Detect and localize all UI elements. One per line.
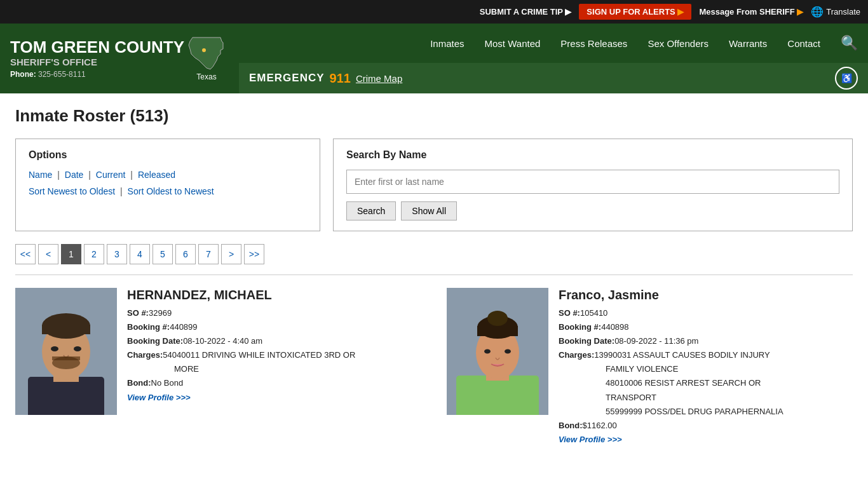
translate-button[interactable]: 🌐 Translate xyxy=(811,6,860,18)
filter-released-link[interactable]: Released xyxy=(138,170,175,180)
svg-rect-10 xyxy=(52,356,80,360)
inmate-info-franco: Franco, Jasmine SO #:105410 Booking #:44… xyxy=(559,288,853,447)
header-logo-text: TOM GREEN COUNTY SHERIFF'S OFFICE Phone:… xyxy=(10,38,184,79)
translate-text: Translate xyxy=(826,7,860,17)
show-all-button[interactable]: Show All xyxy=(401,201,457,220)
sort-newest-link[interactable]: Sort Newest to Oldest xyxy=(29,186,115,196)
crime-tip-text: SUBMIT A CRIME TIP xyxy=(480,7,563,17)
sheriff-message-link[interactable]: Message From SHERIFF ▶ xyxy=(699,7,803,17)
view-profile-hernandez[interactable]: View Profile >>> xyxy=(127,393,191,402)
pagination-first[interactable]: << xyxy=(15,244,36,264)
sheriff-msg-text: Message From SHERIFF xyxy=(699,7,794,17)
alerts-text: SIGN UP FOR ALERTS xyxy=(587,7,675,17)
inmate-photo-franco xyxy=(447,288,548,415)
sep2: | xyxy=(88,170,93,180)
options-title: Options xyxy=(29,149,307,161)
svg-point-19 xyxy=(505,349,511,354)
inmate-detail-franco: SO #:105410 Booking #:440898 Booking Dat… xyxy=(559,306,853,447)
crime-tip-link[interactable]: SUBMIT A CRIME TIP ▶ xyxy=(480,7,572,17)
options-search-row: Options Name | Date | Current | Released… xyxy=(15,139,853,231)
emergency-911: 911 xyxy=(330,71,351,86)
pagination-page-2[interactable]: 2 xyxy=(84,244,104,264)
svg-point-7 xyxy=(51,346,58,351)
nav-contact[interactable]: Contact xyxy=(777,27,831,60)
divider xyxy=(15,274,853,275)
phone-number: 325-655-8111 xyxy=(38,70,86,79)
header-logo-section: TOM GREEN COUNTY SHERIFF'S OFFICE Phone:… xyxy=(0,24,239,93)
nav-warrants[interactable]: Warrants xyxy=(719,27,777,60)
accessibility-button[interactable]: ♿ xyxy=(835,67,858,90)
search-input[interactable] xyxy=(346,170,839,194)
alerts-button[interactable]: SIGN UP FOR ALERTS ▶ xyxy=(579,4,691,20)
nav-most-wanted[interactable]: Most Wanted xyxy=(475,27,551,60)
alerts-arrow: ▶ xyxy=(677,7,684,17)
filter-date-link[interactable]: Date xyxy=(65,170,84,180)
inmate-card-hernandez: HERNANDEZ, MICHAEL SO #:32969 Booking #:… xyxy=(15,288,421,447)
main-content: Inmate Roster (513) Options Name | Date … xyxy=(0,93,868,459)
inmate-photo-hernandez xyxy=(15,288,117,415)
inmate-name-franco: Franco, Jasmine xyxy=(559,288,853,302)
header-nav-section: Inmates Most Wanted Press Releases Sex O… xyxy=(239,24,868,93)
search-buttons: Search Show All xyxy=(346,201,839,220)
nav-sex-offenders[interactable]: Sex Offenders xyxy=(637,27,719,60)
search-button[interactable]: Search xyxy=(346,201,396,220)
options-links-row1: Name | Date | Current | Released xyxy=(29,170,307,180)
sep3: | xyxy=(130,170,135,180)
view-profile-franco[interactable]: View Profile >>> xyxy=(559,435,622,444)
svg-rect-2 xyxy=(28,377,104,415)
pagination-prev[interactable]: < xyxy=(38,244,58,264)
svg-point-8 xyxy=(74,346,81,351)
top-bar: SUBMIT A CRIME TIP ▶ SIGN UP FOR ALERTS … xyxy=(0,0,868,24)
pagination-next[interactable]: > xyxy=(221,244,241,264)
page-title: Inmate Roster (513) xyxy=(15,106,853,126)
crime-map-link[interactable]: Crime Map xyxy=(356,73,402,84)
crime-tip-arrow: ▶ xyxy=(565,7,571,17)
inmate-name-hernandez: HERNANDEZ, MICHAEL xyxy=(127,288,421,302)
options-box: Options Name | Date | Current | Released… xyxy=(15,139,320,231)
inmate-detail-hernandez: SO #:32969 Booking #:440899 Booking Date… xyxy=(127,306,421,405)
pagination-page-3[interactable]: 3 xyxy=(107,244,127,264)
search-box: Search By Name Search Show All xyxy=(333,139,853,231)
globe-icon: 🌐 xyxy=(811,6,824,18)
search-title: Search By Name xyxy=(346,149,839,161)
pagination-page-6[interactable]: 6 xyxy=(175,244,196,264)
svg-point-17 xyxy=(487,311,508,326)
county-name: TOM GREEN COUNTY xyxy=(10,38,184,57)
phone-info: Phone: 325-655-8111 xyxy=(10,70,184,79)
state-label: Texas xyxy=(187,72,226,81)
office-name: SHERIFF'S OFFICE xyxy=(10,57,184,67)
sheriff-arrow: ▶ xyxy=(797,7,803,17)
svg-rect-16 xyxy=(477,326,518,336)
nav-press-releases[interactable]: Press Releases xyxy=(550,27,637,60)
inmate-card-franco: Franco, Jasmine SO #:105410 Booking #:44… xyxy=(447,288,853,447)
options-links-row2: Sort Newest to Oldest | Sort Oldest to N… xyxy=(29,186,307,196)
svg-point-18 xyxy=(484,349,491,354)
site-header: TOM GREEN COUNTY SHERIFF'S OFFICE Phone:… xyxy=(0,24,868,93)
texas-map: Texas xyxy=(184,34,229,84)
pagination-last[interactable]: >> xyxy=(244,244,264,264)
nav-row: Inmates Most Wanted Press Releases Sex O… xyxy=(239,24,868,63)
inmates-grid: HERNANDEZ, MICHAEL SO #:32969 Booking #:… xyxy=(15,288,853,447)
svg-rect-12 xyxy=(456,376,539,415)
header-search-button[interactable]: 🔍 xyxy=(831,24,868,63)
sort-oldest-link[interactable]: Sort Oldest to Newest xyxy=(128,186,214,196)
accessibility-icon: ♿ xyxy=(841,73,852,83)
emergency-row: EMERGENCY 911 Crime Map ♿ xyxy=(239,63,868,93)
pagination-page-1[interactable]: 1 xyxy=(61,244,81,264)
nav-inmates[interactable]: Inmates xyxy=(420,27,474,60)
pagination-page-5[interactable]: 5 xyxy=(153,244,173,264)
emergency-label: EMERGENCY xyxy=(249,72,325,85)
svg-point-0 xyxy=(202,48,206,52)
pagination-page-4[interactable]: 4 xyxy=(130,244,150,264)
svg-rect-6 xyxy=(42,325,90,334)
sep1: | xyxy=(57,170,62,180)
phone-label: Phone: xyxy=(10,70,36,79)
filter-current-link[interactable]: Current xyxy=(96,170,126,180)
inmate-info-hernandez: HERNANDEZ, MICHAEL SO #:32969 Booking #:… xyxy=(127,288,421,405)
pagination-page-7[interactable]: 7 xyxy=(198,244,219,264)
pagination: << < 1 2 3 4 5 6 7 > >> xyxy=(15,244,853,264)
sep4: | xyxy=(120,186,125,196)
filter-name-link[interactable]: Name xyxy=(29,170,52,180)
